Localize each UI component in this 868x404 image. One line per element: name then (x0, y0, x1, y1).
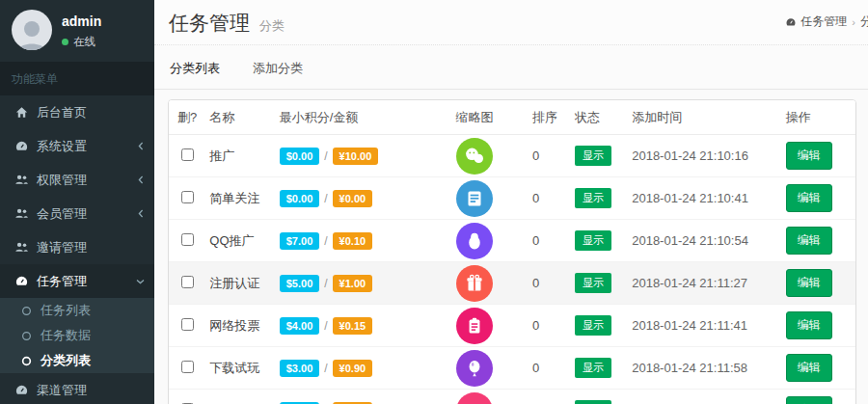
table-row: 简单关注 $0.00 / ¥0.00 0 显示 2018-01-24 21:10… (169, 177, 855, 220)
status-badge[interactable]: 显示 (575, 400, 611, 404)
added-time: 2018-01-24 21:10:41 (632, 191, 748, 205)
status-badge[interactable]: 显示 (575, 273, 611, 293)
table-row: 网络投票 $4.00 / ¥0.15 0 显示 2018-01-24 21:11… (169, 305, 855, 347)
category-name: 网络投票 (209, 318, 259, 333)
min-points-badge: $4.00 (280, 317, 320, 335)
sort-value: 0 (532, 148, 539, 163)
category-name: 推广 (209, 148, 234, 163)
tab-category-list[interactable]: 分类列表 (170, 60, 220, 77)
status-badge[interactable]: 显示 (575, 358, 611, 378)
content-header: 任务管理 分类 任务管理 › 分类 (154, 0, 868, 45)
sidebar-item-channels[interactable]: 渠道管理 (0, 373, 154, 404)
row-delete-checkbox[interactable] (181, 148, 194, 161)
user-status: 在线 (62, 35, 101, 49)
row-delete-checkbox[interactable] (181, 191, 194, 203)
amount-separator: / (324, 192, 327, 205)
status-badge[interactable]: 显示 (575, 315, 611, 336)
status-badge[interactable]: 显示 (575, 230, 611, 251)
col-header-added: 添加时间 (628, 109, 782, 126)
table-row: 下载试玩 $3.00 / ¥0.90 0 显示 2018-01-24 21:11… (169, 347, 855, 390)
edit-button[interactable]: 编辑 (786, 184, 832, 212)
col-header-sort: 排序 (529, 109, 571, 126)
min-amount-badge: ¥10.00 (333, 148, 379, 165)
added-time: 2018-01-24 21:10:16 (632, 148, 748, 163)
col-header-name: 名称 (205, 109, 275, 126)
gift-icon (456, 265, 493, 302)
chevron-left-icon (137, 142, 145, 150)
sidebar-item-permissions[interactable]: 权限管理 (0, 163, 154, 197)
table-row: QQ推广 $7.00 / ¥0.10 0 显示 2018-01-24 21:10… (169, 220, 855, 262)
status-badge[interactable]: 显示 (575, 146, 611, 166)
edit-button[interactable]: 编辑 (786, 227, 832, 255)
sidebar-item-home[interactable]: 后台首页 (0, 95, 154, 129)
min-amount-badge: ¥0.90 (333, 360, 373, 377)
avatar (12, 10, 52, 50)
edit-button[interactable]: 编辑 (786, 354, 832, 382)
chevron-left-icon (137, 209, 145, 218)
user-status-label: 在线 (73, 35, 95, 49)
min-amount-badge: ¥1.00 (333, 275, 373, 292)
col-header-min: 最小积分/金额 (276, 109, 420, 126)
tasks-submenu: 任务列表 任务数据 分类列表 (0, 298, 154, 373)
added-time: 2018-01-24 21:11:27 (632, 276, 747, 290)
col-header-delete: 删? (169, 109, 205, 126)
category-table-panel: 删? 名称 最小积分/金额 缩略图 排序 状态 添加时间 操作 推广 $0.00… (168, 99, 856, 404)
sort-value: 0 (532, 361, 539, 375)
gauge-icon (14, 383, 29, 398)
category-name: QQ推广 (209, 233, 254, 248)
sidebar-item-members[interactable]: 会员管理 (0, 197, 154, 230)
dashboard-icon (785, 16, 797, 28)
sidebar-item-tasks[interactable]: 任务管理 (0, 264, 154, 298)
row-delete-checkbox[interactable] (181, 361, 194, 373)
amount-separator: / (324, 319, 327, 333)
breadcrumb-parent[interactable]: 任务管理 (800, 13, 847, 30)
tab-bar: 分类列表 添加分类 (154, 45, 868, 90)
sidebar-subitem-task-data[interactable]: 任务数据 (0, 323, 154, 348)
app-window: admin 在线 功能菜单 后台首页 系统设置 权限管理 (0, 0, 868, 404)
user-name: admin (62, 13, 101, 29)
edit-button[interactable]: 编辑 (786, 311, 832, 339)
qq-icon (456, 223, 493, 259)
sidebar-menu: 后台首页 系统设置 权限管理 会员管理 邀请管理 (0, 95, 154, 298)
edit-button[interactable]: 编辑 (786, 396, 832, 404)
row-delete-checkbox[interactable] (181, 318, 194, 331)
edit-button[interactable]: 编辑 (786, 269, 832, 297)
window-icon (456, 180, 493, 217)
col-header-thumb: 缩略图 (420, 109, 529, 126)
status-badge[interactable]: 显示 (575, 188, 611, 208)
circle-icon (19, 354, 33, 367)
circle-icon (19, 329, 33, 342)
col-header-operation: 操作 (782, 109, 855, 126)
users-icon (14, 206, 29, 222)
tab-add-category[interactable]: 添加分类 (253, 60, 303, 77)
sort-value: 0 (532, 318, 539, 333)
category-name: 注册认证 (209, 276, 259, 290)
wechat-icon (456, 138, 493, 175)
sidebar-subitem-task-list[interactable]: 任务列表 (0, 298, 154, 323)
min-amount-badge: ¥0.00 (333, 190, 373, 207)
users-icon (14, 173, 29, 188)
gauge-icon (14, 274, 29, 289)
edit-button[interactable]: 编辑 (786, 142, 832, 170)
table-row: 推广 $0.00 / ¥10.00 0 显示 2018-01-24 21:10:… (169, 135, 855, 177)
min-amount-badge: ¥0.15 (333, 317, 373, 335)
table-row: 高价任务 $2.00 / ¥1.50 0 显示 2018-01-24 21:14… (169, 390, 855, 404)
main-content: 任务管理 分类 任务管理 › 分类 分类列表 添加分类 删? 名称 最小积分/金… (154, 0, 868, 404)
table-row: 注册认证 $5.00 / ¥1.00 0 显示 2018-01-24 21:11… (169, 262, 855, 305)
gauge-icon (14, 139, 29, 154)
menu-section-label: 功能菜单 (0, 62, 154, 95)
added-time: 2018-01-24 21:11:58 (632, 361, 747, 375)
category-table: 删? 名称 最小积分/金额 缩略图 排序 状态 添加时间 操作 推广 $0.00… (169, 100, 855, 404)
amount-separator: / (324, 362, 327, 375)
clipboard-icon (456, 308, 493, 344)
breadcrumb-separator: › (852, 16, 855, 28)
home-icon (14, 105, 29, 121)
sidebar-item-system-settings[interactable]: 系统设置 (0, 129, 154, 163)
sidebar-subitem-category-list[interactable]: 分类列表 (0, 348, 154, 373)
row-delete-checkbox[interactable] (181, 233, 194, 246)
min-points-badge: $5.00 (280, 275, 320, 292)
sidebar-item-invites[interactable]: 邀请管理 (0, 230, 154, 264)
row-delete-checkbox[interactable] (181, 276, 194, 288)
page-subtitle: 分类 (259, 18, 285, 33)
added-time: 2018-01-24 21:11:41 (632, 318, 747, 333)
